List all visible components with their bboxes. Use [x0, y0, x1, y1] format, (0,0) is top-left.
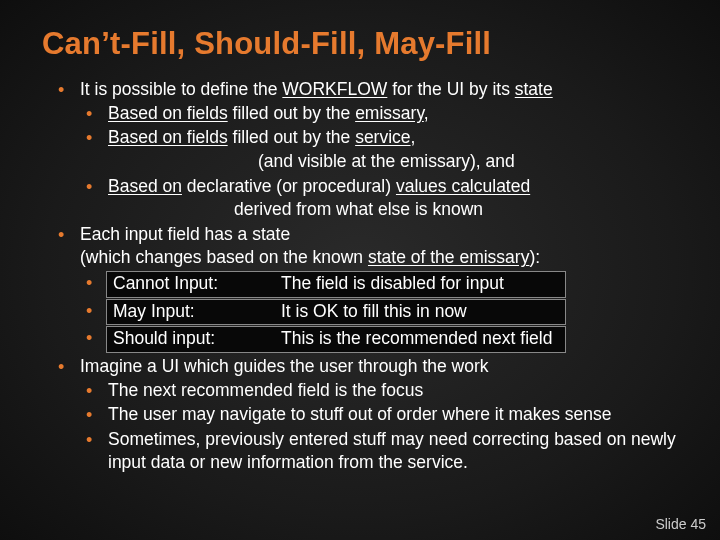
- text-underline: Based on fields: [108, 103, 228, 123]
- text-underline: WORKFLOW: [282, 79, 387, 99]
- text-underline: state of the emissary: [368, 247, 529, 267]
- state-box: May Input:It is OK to fill this in now: [106, 299, 566, 326]
- state-rows: Cannot Input:The field is disabled for i…: [80, 271, 684, 354]
- text: It is possible to define the: [80, 79, 282, 99]
- sub-bullet: The next recommended field is the focus: [86, 379, 684, 403]
- bullet-2: Each input field has a state (which chan…: [58, 223, 684, 354]
- sub-list: The next recommended field is the focus …: [80, 379, 684, 476]
- bullet-list: It is possible to define the WORKFLOW fo…: [40, 78, 684, 475]
- text-underline: emissary: [355, 103, 424, 123]
- state-label: Should input:: [113, 327, 281, 351]
- bullet-3: Imagine a UI which guides the user throu…: [58, 355, 684, 475]
- state-desc: This is the recommended next field: [281, 327, 552, 351]
- slide-number: Slide 45: [655, 516, 706, 532]
- text-underline: Based on: [108, 176, 182, 196]
- text: Each input field has a state: [80, 224, 290, 244]
- sub-list: Based on fields filled out by the emissa…: [80, 102, 684, 222]
- text: ):: [529, 247, 540, 267]
- sub-bullet: Based on fields filled out by the servic…: [86, 126, 684, 173]
- text: for the UI by its: [387, 79, 514, 99]
- text-underline: service: [355, 127, 410, 147]
- text: ,: [411, 127, 416, 147]
- text: ,: [424, 103, 429, 123]
- text-underline: state: [515, 79, 553, 99]
- sub-bullet: Based on fields filled out by the emissa…: [86, 102, 684, 126]
- text: filled out by the: [228, 103, 355, 123]
- text: declarative (or procedural): [182, 176, 396, 196]
- text: Imagine a UI which guides the user throu…: [80, 356, 489, 376]
- sub-bullet: The user may navigate to stuff out of or…: [86, 403, 684, 427]
- continuation-line: (and visible at the emissary), and: [108, 150, 684, 174]
- state-label: May Input:: [113, 300, 281, 324]
- text: filled out by the: [228, 127, 355, 147]
- bullet-1: It is possible to define the WORKFLOW fo…: [58, 78, 684, 222]
- state-row: Cannot Input:The field is disabled for i…: [86, 271, 684, 299]
- state-row: Should input:This is the recommended nex…: [86, 326, 684, 354]
- text-underline: Based on fields: [108, 127, 228, 147]
- text-underline: values calculated: [396, 176, 530, 196]
- state-desc: It is OK to fill this in now: [281, 300, 467, 324]
- state-label: Cannot Input:: [113, 272, 281, 296]
- state-box: Should input:This is the recommended nex…: [106, 326, 566, 353]
- continuation-line: derived from what else is known: [108, 198, 684, 222]
- slide-title: Can’t-Fill, Should-Fill, May-Fill: [42, 26, 684, 62]
- state-row: May Input:It is OK to fill this in now: [86, 299, 684, 327]
- state-desc: The field is disabled for input: [281, 272, 504, 296]
- slide: Can’t-Fill, Should-Fill, May-Fill It is …: [0, 0, 720, 540]
- state-box: Cannot Input:The field is disabled for i…: [106, 271, 566, 298]
- sub-bullet: Based on declarative (or procedural) val…: [86, 175, 684, 222]
- sub-bullet: Sometimes, previously entered stuff may …: [86, 428, 684, 475]
- text: (which changes based on the known: [80, 247, 368, 267]
